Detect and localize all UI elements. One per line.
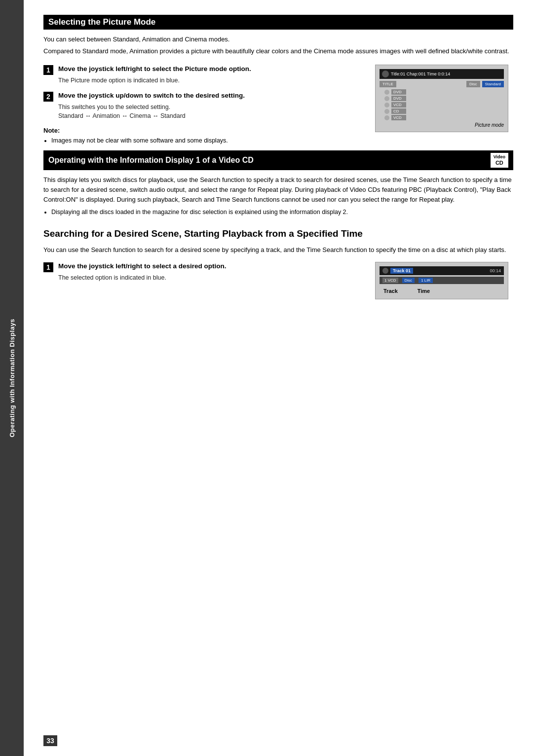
s3-step1-content: Move the joystick left/right to select a… [58,262,365,283]
s3-step1-title: Move the joystick left/right to select a… [58,262,365,271]
ss1-menu-bar: TITLE Disc Standard [380,81,504,87]
ss2-header: Track 01 00:14 [380,266,504,275]
screenshot1-col: Title:01 Chap:001 Time 0:0:14 TITLE Disc… [375,65,513,145]
step2-desc2: Standard ↔ Animation ↔ Cinema ↔ Standard [58,111,365,121]
section1-intro1: You can select between Standard, Animati… [43,35,513,44]
section2: Operating with the Information Display 1… [43,150,513,217]
step2-desc1: This switches you to the selected settin… [58,103,365,112]
ss1-row2-label: DVD [391,96,406,101]
ss1-row1-icon [384,90,389,95]
screenshot2-box: Track 01 00:14 1 VCD Disc 1 LIR Track [375,262,508,299]
note-label: Note: [43,127,365,134]
ss2-item2: 1 LIR [419,278,433,283]
step2-content: Move the joystick up/down to switch to t… [58,91,365,121]
section1-title: Selecting the Picture Mode [48,17,155,27]
ss1-menu-d: Disc [466,81,480,87]
screenshot2-col: Track 01 00:14 1 VCD Disc 1 LIR Track [375,262,513,299]
ss1-row3-label: VCD [391,102,406,108]
section2-bullets: Displaying all the discs loaded in the m… [51,208,513,217]
section1-title-bar: Selecting the Picture Mode [43,15,513,30]
ss1-row4-label: CD [391,108,406,114]
section1-intro: You can select between Standard, Animati… [43,35,513,56]
picture-mode-label: Picture mode [380,122,504,128]
ss1-row2-icon [384,96,389,101]
step2-number: 2 [43,92,53,102]
section3: Searching for a Desired Scene, Starting … [43,228,513,299]
ss2-labels: Track Time [380,287,504,295]
ss2-track-highlight: Track 01 [390,268,413,274]
ss1-row2: DVD [384,96,504,101]
section1-intro2: Compared to Standard mode, Animation pro… [43,46,513,56]
ss1-header-text: Title:01 Chap:001 Time 0:0:14 [391,72,450,76]
note-text: Images may not be clear with some softwa… [51,136,365,145]
step1-number: 1 [43,65,53,75]
ss1-row5: VCD [384,115,504,120]
ss1-row5-icon [384,115,389,120]
ss1-menu-s: Standard [482,81,504,87]
ss1-menu-rows: DVD DVD VCD CD [384,89,504,120]
section2-bullet1: Displaying all the discs loaded in the m… [51,208,513,217]
main-content: Selecting the Picture Mode You can selec… [24,0,533,756]
ss1-row4: CD [384,108,504,114]
section1-step2: 2 Move the joystick up/down to switch to… [43,91,365,121]
sidebar: Operating with Information Displays [0,0,24,756]
ss1-menu-t: TITLE [380,81,396,87]
section2-title: Operating with the Information Display 1… [48,156,254,165]
section3-intro1: You can use the Search function to searc… [43,245,513,255]
section1-step1: 1 Move the joystick left/right to select… [43,65,365,85]
s3-step1-number: 1 [43,262,53,272]
ss1-header: Title:01 Chap:001 Time 0:0:14 [380,69,504,79]
ss1-row3: VCD [384,102,504,108]
section3-step1: 1 Move the joystick left/right to select… [43,262,365,283]
section1-note: Note: Images may not be clear with some … [43,127,365,145]
ss1-row3-icon [384,103,389,108]
ss2-time-label: Time [418,288,430,294]
ss2-track-label: Track [383,288,398,294]
s3-step1-desc: The selected option is indicated in blue… [58,273,365,283]
section2-body1: This display lets you switch discs for p… [43,175,513,205]
screenshot1-box: Title:01 Chap:001 Time 0:0:14 TITLE Disc… [375,65,508,132]
vcd-bottom: CD [495,160,503,166]
note-list: Images may not be clear with some softwa… [51,136,365,145]
ss1-row4-icon [384,109,389,114]
step2-title: Move the joystick up/down to switch to t… [58,91,365,101]
page-number: 33 [43,735,57,746]
step1-content: Move the joystick left/right to select t… [58,65,365,85]
section1-steps: 1 Move the joystick left/right to select… [43,65,365,145]
ss1-row1: DVD [384,89,504,95]
ss2-time-right: 00:14 [490,268,501,273]
ss2-disc-icon [382,268,388,274]
section2-title-bar: Operating with the Information Display 1… [43,150,513,170]
section3-two-col: 1 Move the joystick left/right to select… [43,262,513,299]
vcd-badge: Video CD [491,153,508,168]
ss2-disc-item: Disc [402,278,415,283]
step1-title: Move the joystick left/right to select t… [58,65,365,74]
ss2-row2: 1 VCD Disc 1 LIR [380,277,504,284]
ss1-row1-label: DVD [391,89,406,95]
ss1-row5-label: VCD [391,115,406,120]
step1-desc: The Picture mode option is indicated in … [58,76,365,85]
ss1-disc-icon [382,71,389,77]
section1-two-col: 1 Move the joystick left/right to select… [43,65,513,145]
ss2-vcd-tag: 1 VCD [382,278,398,283]
section3-title: Searching for a Desired Scene, Starting … [43,228,513,240]
sidebar-label: Operating with Information Displays [8,319,16,437]
vcd-top: Video [494,155,505,160]
section3-steps: 1 Move the joystick left/right to select… [43,262,365,299]
